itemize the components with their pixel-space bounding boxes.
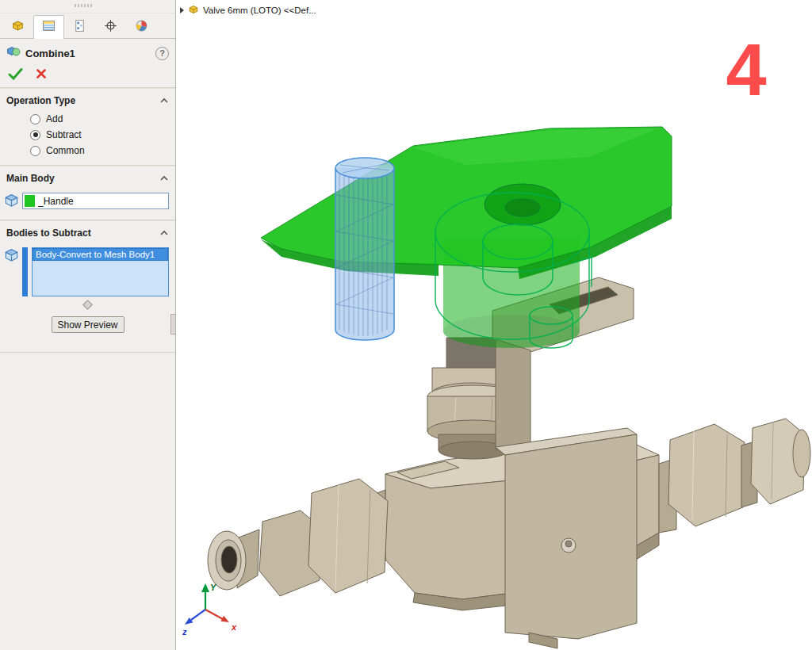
dimxpert-crosshair-icon xyxy=(104,19,117,36)
list-item-body[interactable]: Body-Convert to Mesh Body1 xyxy=(33,248,168,261)
radio-label-common: Common xyxy=(46,145,85,156)
triad-y-label: Y xyxy=(210,583,217,592)
tab-propertymanager[interactable] xyxy=(33,15,64,39)
bodies-to-subtract-listbox[interactable]: Body-Convert to Mesh Body1 xyxy=(32,247,169,296)
radio-circle-common[interactable] xyxy=(30,146,40,156)
combine-feature-icon xyxy=(6,45,21,61)
display-manager-pie-icon xyxy=(135,19,148,36)
radio-option-subtract[interactable]: Subtract xyxy=(0,127,175,143)
tab-displaymanager[interactable] xyxy=(126,16,157,38)
manager-tab-bar xyxy=(0,13,175,39)
ok-button[interactable] xyxy=(8,67,23,80)
triad-x-label: x xyxy=(231,622,237,632)
group-operation-type: Operation Type Add Subtract Common xyxy=(0,88,175,166)
preview-color-swatch xyxy=(25,195,35,207)
breadcrumb[interactable]: Valve 6mm (LOTO) <<Def... xyxy=(180,4,316,17)
active-selection-strip xyxy=(22,247,28,296)
breadcrumb-expand-icon[interactable] xyxy=(180,7,184,13)
radio-label-add: Add xyxy=(46,113,63,124)
group-label: Bodies to Subtract xyxy=(6,228,91,239)
chevron-up-icon xyxy=(159,230,169,236)
group-header-operation-type[interactable]: Operation Type xyxy=(0,88,175,111)
show-preview-button[interactable]: Show Preview xyxy=(52,316,124,333)
operation-type-options: Add Subtract Common xyxy=(0,111,175,165)
group-bodies-to-subtract: Bodies to Subtract Body-Convert to Mesh … xyxy=(0,220,175,342)
solid-body-cube-icon xyxy=(4,193,19,212)
configuration-manager-icon xyxy=(73,19,86,36)
tab-configurationmanager[interactable] xyxy=(64,16,95,38)
help-icon[interactable]: ? xyxy=(155,47,169,60)
part-icon xyxy=(188,4,199,17)
radio-option-add[interactable]: Add xyxy=(0,111,175,127)
triad-y-axis: Y xyxy=(201,583,217,610)
triad-z-axis: z xyxy=(182,610,205,637)
bodies-selection-row: Body-Convert to Mesh Body1 xyxy=(0,243,175,304)
property-manager-icon xyxy=(42,19,56,36)
chevron-up-icon xyxy=(159,175,169,182)
tab-dimxpertmanager[interactable] xyxy=(95,16,126,38)
feature-tree-icon xyxy=(11,19,25,36)
triad-x-axis: x xyxy=(205,610,237,632)
radio-circle-add[interactable] xyxy=(30,114,40,124)
solid-body-cube-icon xyxy=(4,248,19,266)
triad-z-label: z xyxy=(182,627,187,637)
panel-top-strip xyxy=(0,0,175,13)
step-number-annotation: 4 xyxy=(707,33,786,106)
group-label: Operation Type xyxy=(6,95,75,106)
breadcrumb-label: Valve 6mm (LOTO) <<Def... xyxy=(203,6,316,15)
panel-grip-handle[interactable] xyxy=(75,4,92,7)
property-manager-panel: Combine1 ? Operation Type Add xyxy=(0,0,176,650)
main-body-selection-field[interactable]: _Handle xyxy=(22,193,169,209)
main-body-value: _Handle xyxy=(38,196,74,207)
solidworks-window: Combine1 ? Operation Type Add xyxy=(0,0,812,650)
mesh-body-cylinder[interactable] xyxy=(335,158,394,340)
radio-label-subtract: Subtract xyxy=(46,129,82,140)
tab-featuremanager[interactable] xyxy=(2,16,33,38)
radio-circle-subtract[interactable] xyxy=(30,130,40,140)
group-label: Main Body xyxy=(6,173,55,184)
graphics-viewport[interactable]: Valve 6mm (LOTO) <<Def... 4 xyxy=(177,0,812,650)
group-main-body: Main Body _Handle xyxy=(0,166,175,220)
chevron-up-icon xyxy=(159,98,169,104)
group-header-bodies-to-subtract[interactable]: Bodies to Subtract xyxy=(0,220,175,243)
feature-title: Combine1 xyxy=(25,48,75,59)
feature-header: Combine1 ? xyxy=(0,39,175,64)
cancel-button[interactable] xyxy=(36,68,47,79)
radio-option-common[interactable]: Common xyxy=(0,143,175,159)
confirm-bar xyxy=(0,64,175,88)
main-body-selection-row: _Handle xyxy=(0,189,175,220)
group-header-main-body[interactable]: Main Body xyxy=(0,166,175,189)
panel-end-divider xyxy=(0,352,175,353)
orientation-triad: Y x z xyxy=(182,581,245,638)
panel-splitter-handle[interactable] xyxy=(170,314,176,335)
